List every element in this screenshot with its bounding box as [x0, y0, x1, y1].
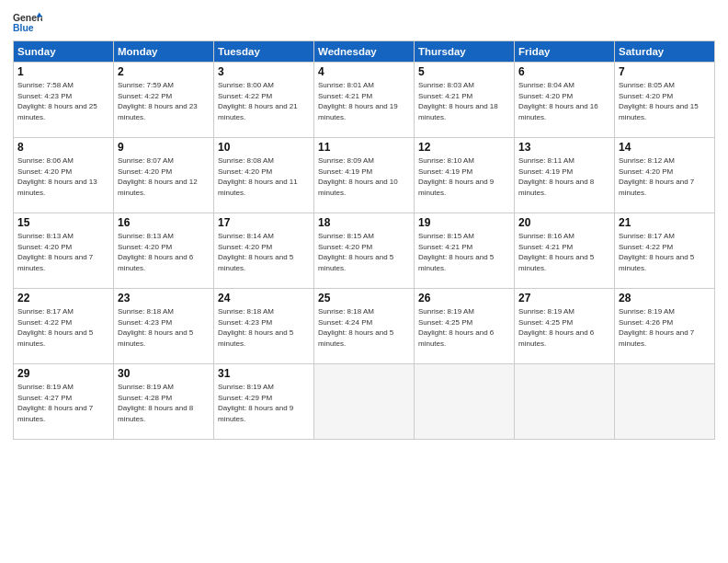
- calendar-body: 1Sunrise: 7:58 AM Sunset: 4:23 PM Daylig…: [14, 63, 715, 440]
- day-number: 25: [318, 292, 410, 304]
- calendar-cell: 11Sunrise: 8:09 AM Sunset: 4:19 PM Dayli…: [314, 138, 415, 213]
- calendar-cell: 10Sunrise: 8:08 AM Sunset: 4:20 PM Dayli…: [214, 138, 314, 213]
- day-info: Sunrise: 8:09 AM Sunset: 4:19 PM Dayligh…: [318, 155, 410, 198]
- calendar-cell: 25Sunrise: 8:18 AM Sunset: 4:24 PM Dayli…: [314, 289, 415, 364]
- calendar-cell: [515, 364, 615, 440]
- day-info: Sunrise: 7:59 AM Sunset: 4:22 PM Dayligh…: [118, 80, 210, 122]
- day-info: Sunrise: 8:19 AM Sunset: 4:26 PM Dayligh…: [619, 306, 711, 349]
- day-number: 8: [17, 141, 109, 154]
- day-info: Sunrise: 8:01 AM Sunset: 4:21 PM Dayligh…: [318, 80, 410, 122]
- logo: General Blue: [13, 9, 46, 35]
- calendar-cell: 7Sunrise: 8:05 AM Sunset: 4:20 PM Daylig…: [615, 63, 715, 138]
- day-number: 20: [518, 216, 610, 229]
- calendar-cell: 23Sunrise: 8:18 AM Sunset: 4:23 PM Dayli…: [114, 289, 214, 364]
- weekday-header: Tuesday: [214, 41, 314, 63]
- day-number: 28: [619, 292, 711, 304]
- calendar-cell: 19Sunrise: 8:15 AM Sunset: 4:21 PM Dayli…: [415, 213, 515, 289]
- svg-text:General: General: [13, 13, 42, 23]
- calendar-week-row: 29Sunrise: 8:19 AM Sunset: 4:27 PM Dayli…: [14, 364, 715, 440]
- logo-icon: General Blue: [13, 9, 42, 35]
- calendar-cell: 3Sunrise: 8:00 AM Sunset: 4:22 PM Daylig…: [214, 63, 314, 138]
- day-info: Sunrise: 8:17 AM Sunset: 4:22 PM Dayligh…: [17, 306, 109, 349]
- calendar-cell: 13Sunrise: 8:11 AM Sunset: 4:19 PM Dayli…: [515, 138, 615, 213]
- calendar-week-row: 8Sunrise: 8:06 AM Sunset: 4:20 PM Daylig…: [14, 138, 715, 213]
- weekday-header: Friday: [515, 41, 615, 63]
- calendar-cell: 1Sunrise: 7:58 AM Sunset: 4:23 PM Daylig…: [14, 63, 114, 138]
- day-number: 7: [619, 65, 711, 78]
- day-info: Sunrise: 8:18 AM Sunset: 4:23 PM Dayligh…: [118, 306, 210, 349]
- weekday-header: Monday: [114, 41, 214, 63]
- day-number: 18: [318, 216, 410, 229]
- day-info: Sunrise: 8:15 AM Sunset: 4:20 PM Dayligh…: [318, 231, 410, 273]
- day-number: 4: [318, 65, 410, 78]
- day-number: 21: [619, 216, 711, 229]
- calendar-cell: 9Sunrise: 8:07 AM Sunset: 4:20 PM Daylig…: [114, 138, 214, 213]
- day-number: 31: [218, 367, 310, 380]
- day-info: Sunrise: 8:06 AM Sunset: 4:20 PM Dayligh…: [17, 155, 109, 198]
- day-number: 30: [118, 367, 210, 380]
- day-info: Sunrise: 8:13 AM Sunset: 4:20 PM Dayligh…: [118, 231, 210, 273]
- calendar-table: SundayMondayTuesdayWednesdayThursdayFrid…: [13, 40, 715, 440]
- day-info: Sunrise: 8:19 AM Sunset: 4:27 PM Dayligh…: [17, 382, 109, 424]
- day-info: Sunrise: 8:07 AM Sunset: 4:20 PM Dayligh…: [118, 155, 210, 198]
- day-number: 26: [418, 292, 510, 304]
- svg-text:Blue: Blue: [13, 23, 34, 33]
- day-info: Sunrise: 7:58 AM Sunset: 4:23 PM Dayligh…: [17, 80, 109, 122]
- day-number: 12: [418, 141, 510, 154]
- calendar-cell: 31Sunrise: 8:19 AM Sunset: 4:29 PM Dayli…: [214, 364, 314, 440]
- day-number: 11: [318, 141, 410, 154]
- calendar-week-row: 1Sunrise: 7:58 AM Sunset: 4:23 PM Daylig…: [14, 63, 715, 138]
- day-number: 10: [218, 141, 310, 154]
- calendar-cell: [415, 364, 515, 440]
- calendar-cell: 2Sunrise: 7:59 AM Sunset: 4:22 PM Daylig…: [114, 63, 214, 138]
- day-number: 22: [17, 292, 109, 304]
- calendar-cell: 28Sunrise: 8:19 AM Sunset: 4:26 PM Dayli…: [615, 289, 715, 364]
- day-info: Sunrise: 8:17 AM Sunset: 4:22 PM Dayligh…: [619, 231, 711, 273]
- day-number: 13: [518, 141, 610, 154]
- calendar-week-row: 15Sunrise: 8:13 AM Sunset: 4:20 PM Dayli…: [14, 213, 715, 289]
- day-number: 15: [17, 216, 109, 229]
- day-info: Sunrise: 8:08 AM Sunset: 4:20 PM Dayligh…: [218, 155, 310, 198]
- day-info: Sunrise: 8:14 AM Sunset: 4:20 PM Dayligh…: [218, 231, 310, 273]
- calendar-cell: 17Sunrise: 8:14 AM Sunset: 4:20 PM Dayli…: [214, 213, 314, 289]
- calendar-cell: 16Sunrise: 8:13 AM Sunset: 4:20 PM Dayli…: [114, 213, 214, 289]
- day-info: Sunrise: 8:19 AM Sunset: 4:25 PM Dayligh…: [418, 306, 510, 349]
- day-number: 14: [619, 141, 711, 154]
- day-info: Sunrise: 8:11 AM Sunset: 4:19 PM Dayligh…: [518, 155, 610, 198]
- day-info: Sunrise: 8:04 AM Sunset: 4:20 PM Dayligh…: [518, 80, 610, 122]
- day-number: 6: [518, 65, 610, 78]
- calendar-header: SundayMondayTuesdayWednesdayThursdayFrid…: [14, 41, 715, 63]
- day-number: 29: [17, 367, 109, 380]
- weekday-header: Wednesday: [314, 41, 415, 63]
- calendar-cell: 27Sunrise: 8:19 AM Sunset: 4:25 PM Dayli…: [515, 289, 615, 364]
- weekday-header: Saturday: [615, 41, 715, 63]
- page-header: General Blue: [13, 9, 715, 35]
- calendar-cell: 24Sunrise: 8:18 AM Sunset: 4:23 PM Dayli…: [214, 289, 314, 364]
- day-info: Sunrise: 8:19 AM Sunset: 4:28 PM Dayligh…: [118, 382, 210, 424]
- calendar-cell: [314, 364, 415, 440]
- day-number: 1: [17, 65, 109, 78]
- day-number: 5: [418, 65, 510, 78]
- calendar-cell: 14Sunrise: 8:12 AM Sunset: 4:20 PM Dayli…: [615, 138, 715, 213]
- calendar-cell: 29Sunrise: 8:19 AM Sunset: 4:27 PM Dayli…: [14, 364, 114, 440]
- day-info: Sunrise: 8:03 AM Sunset: 4:21 PM Dayligh…: [418, 80, 510, 122]
- day-info: Sunrise: 8:13 AM Sunset: 4:20 PM Dayligh…: [17, 231, 109, 273]
- calendar-cell: 5Sunrise: 8:03 AM Sunset: 4:21 PM Daylig…: [415, 63, 515, 138]
- calendar-cell: [615, 364, 715, 440]
- weekday-header: Thursday: [415, 41, 515, 63]
- day-info: Sunrise: 8:10 AM Sunset: 4:19 PM Dayligh…: [418, 155, 510, 198]
- day-number: 9: [118, 141, 210, 154]
- day-number: 27: [518, 292, 610, 304]
- day-number: 23: [118, 292, 210, 304]
- day-number: 16: [118, 216, 210, 229]
- calendar-cell: 4Sunrise: 8:01 AM Sunset: 4:21 PM Daylig…: [314, 63, 415, 138]
- day-number: 17: [218, 216, 310, 229]
- day-info: Sunrise: 8:15 AM Sunset: 4:21 PM Dayligh…: [418, 231, 510, 273]
- day-number: 2: [118, 65, 210, 78]
- calendar-cell: 20Sunrise: 8:16 AM Sunset: 4:21 PM Dayli…: [515, 213, 615, 289]
- calendar-cell: 15Sunrise: 8:13 AM Sunset: 4:20 PM Dayli…: [14, 213, 114, 289]
- day-number: 19: [418, 216, 510, 229]
- day-info: Sunrise: 8:00 AM Sunset: 4:22 PM Dayligh…: [218, 80, 310, 122]
- day-info: Sunrise: 8:18 AM Sunset: 4:23 PM Dayligh…: [218, 306, 310, 349]
- day-info: Sunrise: 8:12 AM Sunset: 4:20 PM Dayligh…: [619, 155, 711, 198]
